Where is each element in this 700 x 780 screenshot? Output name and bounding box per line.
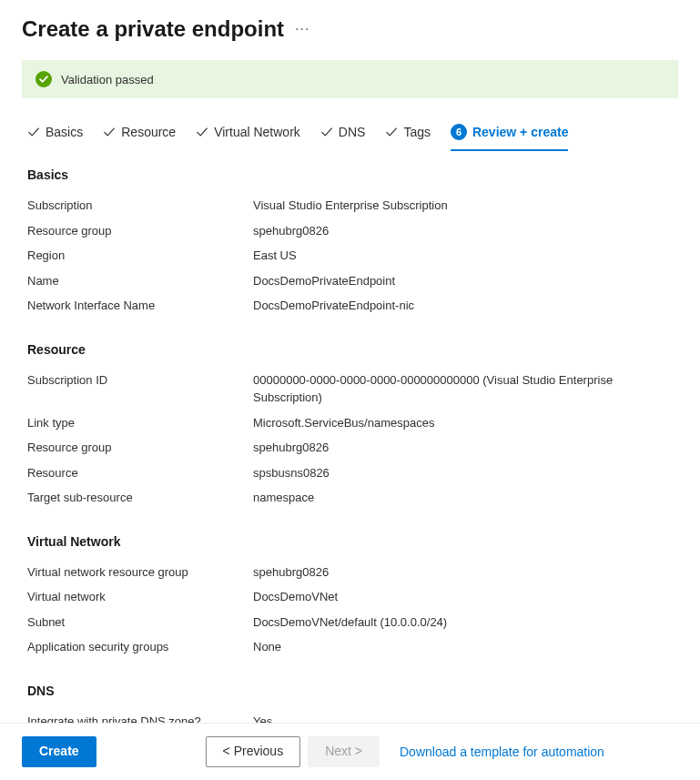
- section-virtual-network: Virtual Network Virtual network resource…: [27, 534, 673, 660]
- summary-row: Resource groupspehubrg0826: [27, 435, 673, 461]
- row-value: DocsDemoPrivateEndpoint-nic: [253, 297, 673, 315]
- row-value: DocsDemoVNet: [253, 588, 673, 606]
- validation-banner: Validation passed: [22, 60, 678, 98]
- section-basics: Basics SubscriptionVisual Studio Enterpr…: [27, 167, 673, 319]
- row-label: Virtual network: [27, 588, 253, 606]
- tab-resource[interactable]: Resource: [103, 119, 176, 150]
- check-icon: [385, 126, 398, 138]
- tab-label: Tags: [403, 125, 431, 139]
- next-button: Next >: [308, 736, 380, 767]
- tab-tags[interactable]: Tags: [385, 119, 431, 150]
- summary-row: Virtual network resource groupspehubrg08…: [27, 560, 673, 585]
- page-title: Create a private endpoint: [22, 16, 284, 42]
- summary-row: NameDocsDemoPrivateEndpoint: [27, 268, 673, 294]
- tab-virtual-network[interactable]: Virtual Network: [196, 119, 300, 150]
- summary-row: Resource groupspehubrg0826: [27, 218, 673, 244]
- row-label: Virtual network resource group: [27, 563, 253, 582]
- row-label: Subscription: [27, 197, 253, 215]
- row-label: Network Interface Name: [27, 297, 253, 315]
- summary-row: Subscription ID00000000-0000-0000-0000-0…: [27, 368, 673, 410]
- row-value: spehubrg0826: [253, 222, 673, 240]
- row-value: 00000000-0000-0000-0000-000000000000 (Vi…: [253, 371, 673, 407]
- section-resource: Resource Subscription ID00000000-0000-00…: [27, 342, 673, 511]
- tab-label: Resource: [121, 125, 176, 139]
- check-icon: [27, 126, 40, 138]
- tab-label: DNS: [339, 125, 366, 139]
- row-value: namespace: [253, 489, 673, 507]
- row-label: Subscription ID: [27, 371, 253, 407]
- tab-label: Basics: [46, 125, 83, 139]
- row-label: Region: [27, 247, 253, 265]
- review-content: Basics SubscriptionVisual Studio Enterpr…: [0, 151, 700, 776]
- row-value: spehubrg0826: [253, 439, 673, 457]
- summary-row: Network Interface NameDocsDemoPrivateEnd…: [27, 293, 673, 319]
- row-label: Subnet: [27, 613, 253, 632]
- step-number-badge: 6: [451, 124, 467, 140]
- row-value: Microsoft.ServiceBus/namespaces: [253, 414, 673, 432]
- row-value: East US: [253, 247, 673, 265]
- summary-row: SubscriptionVisual Studio Enterprise Sub…: [27, 193, 673, 218]
- row-label: Application security groups: [27, 638, 253, 656]
- summary-row: Target sub-resourcenamespace: [27, 485, 673, 511]
- summary-row: Resourcespsbusns0826: [27, 461, 673, 486]
- row-label: Resource group: [27, 439, 253, 457]
- section-title: Virtual Network: [27, 534, 673, 549]
- row-label: Resource group: [27, 222, 253, 240]
- row-value: spehubrg0826: [253, 563, 673, 582]
- download-template-link[interactable]: Download a template for automation: [400, 745, 604, 759]
- row-value: DocsDemoPrivateEndpoint: [253, 272, 673, 290]
- summary-row: RegionEast US: [27, 243, 673, 268]
- svg-point-0: [36, 71, 52, 87]
- row-value: None: [253, 638, 673, 656]
- tab-basics[interactable]: Basics: [27, 119, 83, 150]
- row-value: spsbusns0826: [253, 464, 673, 482]
- row-value: DocsDemoVNet/default (10.0.0.0/24): [253, 613, 673, 632]
- row-label: Resource: [27, 464, 253, 482]
- summary-row: Link typeMicrosoft.ServiceBus/namespaces: [27, 410, 673, 436]
- tab-review-create[interactable]: 6 Review + create: [451, 118, 568, 151]
- check-icon: [196, 126, 208, 138]
- section-title: DNS: [27, 684, 673, 698]
- row-label: Target sub-resource: [27, 489, 253, 507]
- tab-label: Virtual Network: [214, 125, 300, 139]
- wizard-tabs: Basics Resource Virtual Network DNS Tags…: [0, 113, 700, 151]
- wizard-footer: Create < Previous Next > Download a temp…: [0, 723, 700, 780]
- success-icon: [36, 71, 52, 87]
- row-label: Name: [27, 272, 253, 290]
- tab-label: Review + create: [472, 125, 568, 139]
- row-value: Visual Studio Enterprise Subscription: [253, 197, 673, 215]
- section-title: Resource: [27, 342, 673, 357]
- summary-row: Virtual networkDocsDemoVNet: [27, 584, 673, 610]
- summary-row: SubnetDocsDemoVNet/default (10.0.0.0/24): [27, 610, 673, 635]
- page-header: Create a private endpoint ···: [0, 0, 700, 51]
- previous-button[interactable]: < Previous: [206, 736, 301, 767]
- more-icon[interactable]: ···: [295, 22, 309, 36]
- validation-text: Validation passed: [61, 73, 154, 86]
- tab-dns[interactable]: DNS: [320, 119, 366, 150]
- row-label: Link type: [27, 414, 253, 432]
- section-title: Basics: [27, 167, 673, 182]
- check-icon: [320, 126, 333, 138]
- summary-row: Application security groupsNone: [27, 634, 673, 660]
- check-icon: [103, 126, 116, 138]
- create-button[interactable]: Create: [22, 736, 96, 767]
